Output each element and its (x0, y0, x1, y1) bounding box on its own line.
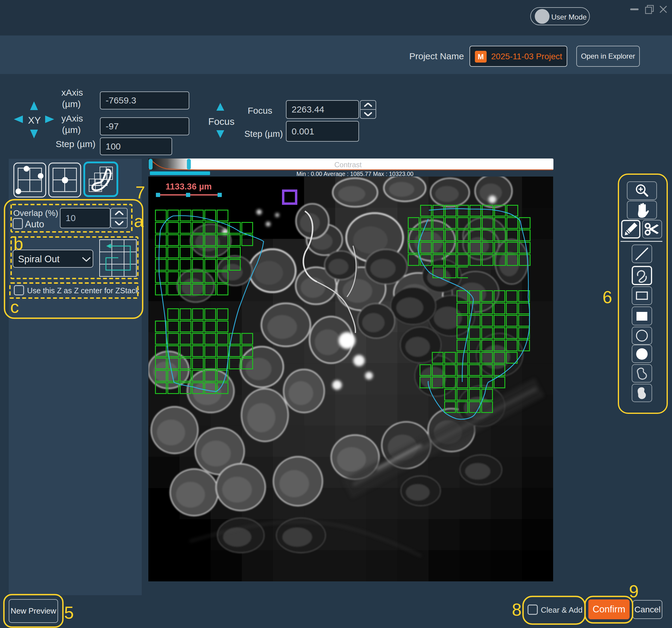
svg-text:a: a (134, 211, 144, 231)
svg-text:c: c (10, 297, 19, 317)
svg-text:8: 8 (512, 600, 522, 619)
svg-text:b: b (14, 234, 23, 253)
svg-text:6: 6 (602, 287, 612, 307)
svg-text:5: 5 (64, 603, 74, 622)
svg-text:7: 7 (136, 182, 145, 202)
svg-text:9: 9 (629, 581, 639, 601)
